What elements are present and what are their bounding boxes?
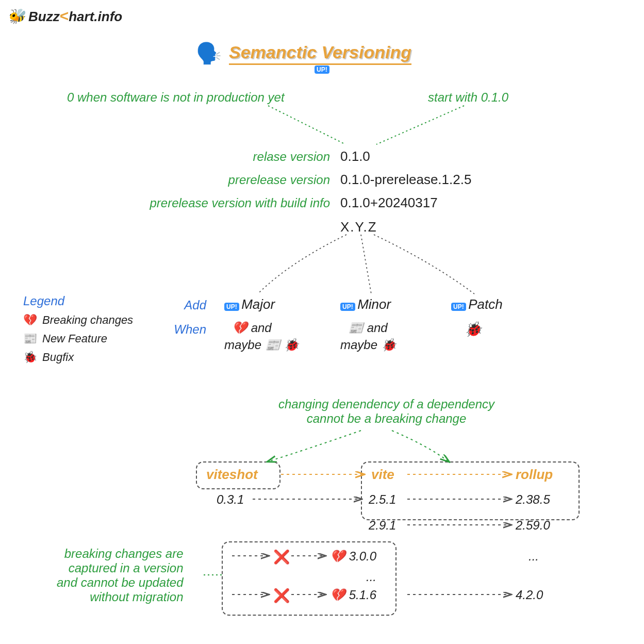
dep-r2c2: ... bbox=[529, 549, 539, 564]
label-add: Add bbox=[160, 298, 206, 312]
when-major-1: 💔 and bbox=[232, 321, 272, 335]
label-release: relase version bbox=[129, 150, 330, 164]
note-start-with: start with 0.1.0 bbox=[428, 90, 508, 105]
dep-r1c2: 2.59.0 bbox=[516, 518, 550, 533]
brand-text-2: hart.info bbox=[69, 9, 122, 24]
legend-block: Legend 💔 Breaking changes 📰 New Feature … bbox=[23, 294, 133, 364]
legend-item-breaking: 💔 Breaking changes bbox=[23, 313, 133, 327]
dep-r4c2: 4.2.0 bbox=[516, 588, 543, 602]
broken-heart-icon: 💔 bbox=[23, 313, 37, 327]
note-zero-not-prod: 0 when software is not in production yet bbox=[67, 90, 285, 105]
dep-r4c0-x: ❌ bbox=[273, 588, 290, 604]
brand-angle-icon: < bbox=[60, 7, 69, 24]
dep-r2c0-x: ❌ bbox=[273, 549, 290, 565]
legend-title: Legend bbox=[23, 294, 133, 308]
legend-item-bugfix: 🐞 Bugfix bbox=[23, 351, 133, 364]
bee-icon: 🐝 bbox=[7, 8, 25, 25]
dep-r0c2: 2.38.5 bbox=[516, 492, 550, 507]
value-buildinfo: 0.1.0+20240317 bbox=[340, 195, 438, 211]
bug-icon: 🐞 bbox=[23, 351, 37, 364]
dep-col-vite: vite bbox=[371, 467, 394, 483]
label-buildinfo: prerelease version with build info bbox=[98, 196, 330, 210]
up-badge-minor: UP! bbox=[340, 303, 355, 311]
legend-item-feature: 📰 New Feature bbox=[23, 332, 133, 345]
page-title: Semanctic Versioning bbox=[229, 42, 411, 65]
newspaper-icon: 📰 bbox=[23, 332, 37, 345]
dep-r0c0: 0.3.1 bbox=[217, 492, 244, 507]
dep-col-viteshot: viteshot bbox=[206, 467, 258, 483]
dep-r2c1: 💔 3.0.0 bbox=[330, 549, 376, 564]
up-badge-patch: UP! bbox=[451, 303, 466, 311]
title-row: 🗣️ Semanctic Versioning bbox=[196, 41, 411, 65]
when-patch-1: 🐞 bbox=[464, 321, 482, 338]
when-minor-1: 📰 and bbox=[348, 321, 388, 335]
dep-r3c1: ... bbox=[366, 570, 376, 584]
label-when: When bbox=[160, 322, 206, 337]
value-pattern: X.Y.Z bbox=[340, 219, 377, 235]
note-breaking-captured: breaking changes are captured in a versi… bbox=[57, 547, 184, 604]
part-major: UP! Major bbox=[224, 296, 275, 312]
dep-r1c1: 2.9.1 bbox=[369, 518, 396, 533]
speaking-head-icon: 🗣️ bbox=[196, 41, 222, 65]
label-prerelease: prerelease version bbox=[129, 173, 330, 187]
up-badge-major: UP! bbox=[224, 303, 239, 311]
value-prerelease: 0.1.0-prerelease.1.2.5 bbox=[340, 172, 471, 188]
when-major-2: maybe 📰 🐞 bbox=[224, 338, 299, 352]
dep-r0c1: 2.5.1 bbox=[369, 492, 396, 507]
note-dep-of-dep: changing denendency of a dependency cann… bbox=[278, 397, 494, 426]
part-minor: UP! Minor bbox=[340, 296, 391, 312]
when-minor-2: maybe 🐞 bbox=[340, 338, 397, 352]
brand-text-1: Buzz bbox=[28, 9, 60, 24]
dep-col-rollup: rollup bbox=[516, 467, 553, 483]
part-patch: UP! Patch bbox=[451, 296, 503, 312]
dep-r4c1: 💔 5.1.6 bbox=[330, 588, 376, 602]
title-up-badge: UP! bbox=[315, 64, 329, 74]
value-release: 0.1.0 bbox=[340, 148, 370, 164]
diagram-root: 🐝 Buzz<hart.info 🗣️ Semanctic Versioning… bbox=[0, 0, 644, 644]
brand-logo: 🐝 Buzz<hart.info bbox=[7, 7, 122, 25]
